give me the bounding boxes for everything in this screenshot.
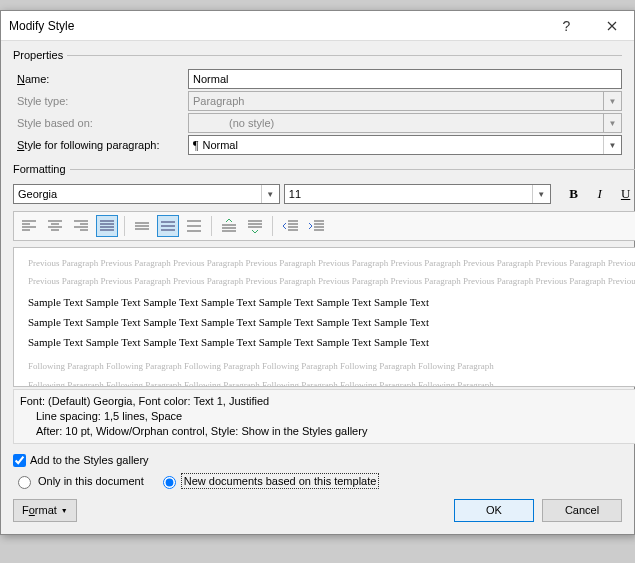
chevron-down-icon: ▼ [603, 136, 621, 154]
spacing-15-button[interactable] [157, 215, 179, 237]
align-left-button[interactable] [18, 215, 40, 237]
spacing-2-button[interactable] [183, 215, 205, 237]
following-label: Style for following paragraph: [13, 139, 188, 151]
style-type-label: Style type: [13, 95, 188, 107]
style-description: Font: (Default) Georgia, Font color: Tex… [13, 389, 635, 444]
align-center-button[interactable] [44, 215, 66, 237]
modify-style-dialog: Modify Style ? Properties Name: Style ty… [0, 10, 635, 535]
preview-sample-line: Sample Text Sample Text Sample Text Samp… [28, 313, 635, 333]
align-justify-button[interactable] [96, 215, 118, 237]
properties-legend: Properties [13, 49, 67, 61]
chevron-down-icon: ▼ [603, 114, 621, 132]
paragraph-toolbar [13, 211, 635, 241]
formatting-group: Formatting Georgia ▼ 11 ▼ B I U ▼ [13, 163, 635, 444]
italic-button[interactable]: I [589, 183, 611, 205]
close-button[interactable] [589, 11, 634, 41]
help-button[interactable]: ? [544, 11, 589, 41]
preview-prev-paragraph-2: Previous Paragraph Previous Paragraph Pr… [28, 276, 635, 288]
name-input[interactable] [188, 69, 622, 89]
bold-button[interactable]: B [563, 183, 585, 205]
chevron-down-icon: ▼ [261, 185, 279, 203]
chevron-down-icon: ▼ [603, 92, 621, 110]
spacing-1-button[interactable] [131, 215, 153, 237]
separator [211, 216, 212, 236]
add-to-gallery-checkbox[interactable]: Add to the Styles gallery [13, 454, 149, 467]
format-menu-button[interactable]: Format▼ [13, 499, 77, 522]
preview-sample-line: Sample Text Sample Text Sample Text Samp… [28, 333, 635, 353]
new-documents-template-radio[interactable]: New documents based on this template [158, 473, 378, 489]
space-before-inc-button[interactable] [218, 215, 240, 237]
name-label: Name: [13, 73, 188, 85]
preview-following-paragraph-2: Following Paragraph Following Paragraph … [28, 380, 635, 387]
preview-following-paragraph: Following Paragraph Following Paragraph … [28, 361, 635, 373]
separator [124, 216, 125, 236]
style-type-select: Paragraph ▼ [188, 91, 622, 111]
properties-group: Properties Name: Style type: Paragraph ▼… [13, 49, 622, 157]
indent-decrease-button[interactable] [279, 215, 301, 237]
titlebar: Modify Style ? [1, 11, 634, 41]
separator [272, 216, 273, 236]
font-name-combo[interactable]: Georgia ▼ [13, 184, 280, 204]
ok-button[interactable]: OK [454, 499, 534, 522]
preview-sample-line: Sample Text Sample Text Sample Text Samp… [28, 293, 635, 313]
following-select[interactable]: ¶Normal ▼ [188, 135, 622, 155]
underline-button[interactable]: U [615, 183, 635, 205]
indent-increase-button[interactable] [305, 215, 327, 237]
font-size-combo[interactable]: 11 ▼ [284, 184, 551, 204]
based-on-select: (no style) ▼ [188, 113, 622, 133]
caret-down-icon: ▼ [61, 507, 68, 514]
preview-pane: Previous Paragraph Previous Paragraph Pr… [13, 247, 635, 387]
space-before-dec-button[interactable] [244, 215, 266, 237]
chevron-down-icon: ▼ [532, 185, 550, 203]
dialog-title: Modify Style [9, 19, 544, 33]
only-this-document-radio[interactable]: Only in this document [13, 473, 144, 489]
preview-prev-paragraph: Previous Paragraph Previous Paragraph Pr… [28, 258, 635, 270]
cancel-button[interactable]: Cancel [542, 499, 622, 522]
formatting-legend: Formatting [13, 163, 70, 175]
based-on-label: Style based on: [13, 117, 188, 129]
pilcrow-icon: ¶ [193, 138, 198, 153]
align-right-button[interactable] [70, 215, 92, 237]
